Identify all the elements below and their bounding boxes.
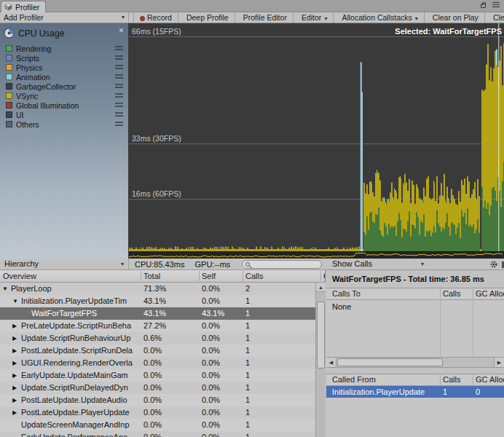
row-label: Initialization.PlayerUpdateTim bbox=[21, 295, 139, 307]
hierarchy-row[interactable]: ▶PostLateUpdate.PlayerUpdate0.0%0.0%1 bbox=[0, 406, 315, 419]
hierarchy-row[interactable]: EarlyUpdate.PerformanceAna0.0%0.0%1 bbox=[0, 431, 315, 437]
expand-arrow-icon[interactable]: ▶ bbox=[12, 369, 17, 382]
cpu-usage-module-panel[interactable]: CPU Usage × RenderingScriptsPhysicsAnima… bbox=[0, 23, 129, 259]
hierarchy-row[interactable]: UpdateScreenManagerAndInp0.0%0.0%1 bbox=[0, 419, 315, 431]
drag-handle-icon[interactable] bbox=[115, 93, 123, 98]
drag-handle-icon[interactable] bbox=[115, 112, 123, 117]
legend-item-garbagecollector[interactable]: GarbageCollector bbox=[0, 82, 128, 91]
calls-header: Calls bbox=[443, 288, 460, 299]
tab-title: Profiler bbox=[15, 3, 39, 12]
chart-overview-strip[interactable] bbox=[129, 251, 504, 259]
legend-item-animation[interactable]: Animation bbox=[0, 72, 128, 82]
allocation-callstacks-dropdown[interactable]: Allocation Callstacks▾ bbox=[336, 12, 424, 23]
legend-item-rendering[interactable]: Rendering bbox=[0, 44, 128, 53]
legend-item-physics[interactable]: Physics bbox=[0, 63, 128, 72]
legend-item-vsync[interactable]: VSync bbox=[0, 91, 128, 101]
legend-item-global-illumination[interactable]: Global Illumination bbox=[0, 101, 128, 110]
hierarchy-row[interactable]: ▶Update.ScriptRunBehaviourUp0.6%0.0%1 bbox=[0, 332, 315, 345]
drag-handle-icon[interactable] bbox=[115, 46, 123, 51]
show-calls-dropdown[interactable]: Show Calls ▾ bbox=[329, 259, 425, 270]
dropdown-arrow-icon: ▾ bbox=[121, 259, 124, 269]
legend-label: Global Illumination bbox=[16, 101, 115, 110]
chart-gridline bbox=[129, 199, 504, 200]
row-gc-alloc: 0 bbox=[476, 386, 480, 398]
row-self: 0.0% bbox=[202, 419, 220, 431]
row-label: EarlyUpdate.UpdateMainGam bbox=[21, 369, 139, 382]
window-menu-icon[interactable] bbox=[492, 2, 500, 8]
legend-item-ui[interactable]: UI bbox=[0, 110, 128, 119]
row-total: 0.0% bbox=[143, 419, 162, 431]
cpu-chart-plot[interactable]: Selected: WaitForTargetFPS 66ms (15FPS)3… bbox=[129, 23, 504, 251]
hierarchy-rows: ▼PlayerLoop71.3%0.0%2▼Initialization.Pla… bbox=[0, 283, 315, 437]
search-input[interactable] bbox=[254, 261, 312, 268]
cpu-usage-icon bbox=[4, 28, 15, 39]
column-header-calls[interactable]: Calls bbox=[245, 270, 263, 282]
close-icon[interactable]: × bbox=[119, 25, 124, 36]
cpu-time-label: CPU:85.43ms bbox=[135, 260, 184, 269]
called-from-header: Called From Calls GC Alloc bbox=[326, 374, 504, 386]
tab-profiler[interactable]: Profiler bbox=[1, 1, 46, 12]
legend-item-scripts[interactable]: Scripts bbox=[0, 53, 128, 63]
called-from-row[interactable]: Initialization.PlayerUpdate10 bbox=[326, 386, 504, 398]
record-dot-icon bbox=[140, 16, 145, 21]
scroll-up-arrow-icon[interactable]: ▲ bbox=[316, 283, 326, 292]
collapse-arrow-icon[interactable]: ▼ bbox=[2, 283, 8, 295]
column-header-total[interactable]: Total bbox=[143, 270, 160, 282]
collapse-arrow-icon[interactable]: ▼ bbox=[12, 295, 18, 307]
legend-label: Physics bbox=[16, 63, 115, 72]
record-button[interactable]: Record bbox=[134, 12, 178, 23]
drag-handle-icon[interactable] bbox=[115, 84, 123, 89]
expand-arrow-icon[interactable]: ▶ bbox=[12, 382, 17, 394]
column-header-overview[interactable]: Overview bbox=[3, 270, 36, 282]
scroll-right-arrow-icon[interactable]: ▶ bbox=[494, 358, 504, 367]
scroll-left-arrow-icon[interactable]: ◀ bbox=[326, 358, 336, 367]
dropdown-arrow-icon: ▾ bbox=[421, 259, 424, 269]
legend-swatch bbox=[6, 83, 12, 90]
hierarchy-row[interactable]: ▶PostLateUpdate.UpdateAudio0.0%0.0%1 bbox=[0, 394, 315, 406]
toolbar-button-group: Record Deep Profile Profile Editor Edito… bbox=[133, 12, 504, 23]
add-profiler-dropdown[interactable]: Add Profiler ▾ bbox=[0, 12, 129, 23]
chart-gridline bbox=[129, 36, 504, 37]
row-calls: 1 bbox=[443, 386, 447, 398]
expand-arrow-icon[interactable]: ▶ bbox=[12, 320, 17, 332]
column-header-gc-alloc[interactable]: GC Alloc bbox=[323, 270, 325, 282]
row-label: PostLateUpdate.UpdateAudio bbox=[21, 394, 139, 406]
column-header-self[interactable]: Self bbox=[202, 270, 216, 282]
expand-arrow-icon[interactable]: ▶ bbox=[12, 406, 17, 419]
hierarchy-row[interactable]: WaitForTargetFPS43.1%43.1%1 bbox=[0, 307, 315, 320]
drag-handle-icon[interactable] bbox=[115, 65, 123, 70]
scrollbar-thumb[interactable] bbox=[317, 302, 325, 369]
hierarchy-row[interactable]: ▼Initialization.PlayerUpdateTim43.1%0.0%… bbox=[0, 295, 315, 307]
drag-handle-icon[interactable] bbox=[115, 122, 123, 127]
expand-arrow-icon[interactable]: ▶ bbox=[12, 345, 17, 357]
hierarchy-row[interactable]: ▶UGUI.Rendering.RenderOverla0.0%0.0%1 bbox=[0, 357, 315, 369]
legend-item-others[interactable]: Others bbox=[0, 119, 128, 129]
lock-icon[interactable] bbox=[481, 4, 486, 8]
column-divider bbox=[440, 289, 441, 299]
row-total: 27.2% bbox=[143, 320, 166, 332]
vertical-scrollbar[interactable]: ▲ bbox=[315, 283, 326, 437]
gear-icon[interactable] bbox=[489, 260, 498, 269]
clear-on-play-button[interactable]: Clear on Play bbox=[427, 12, 485, 23]
expand-arrow-icon[interactable]: ▶ bbox=[12, 332, 17, 345]
drag-handle-icon[interactable] bbox=[115, 74, 123, 79]
expand-arrow-icon[interactable]: ▶ bbox=[12, 394, 17, 406]
horizontal-scrollbar[interactable]: ◀ ▶ bbox=[326, 357, 504, 368]
expand-arrow-icon[interactable]: ▶ bbox=[12, 357, 17, 369]
hierarchy-row[interactable]: ▶Update.ScriptRunDelayedDyn0.0%0.0%1 bbox=[0, 382, 315, 394]
hierarchy-row[interactable]: ▶PostLateUpdate.ScriptRunDela0.0%0.0%1 bbox=[0, 345, 315, 357]
drag-handle-icon[interactable] bbox=[115, 103, 123, 108]
hierarchy-row[interactable]: ▶PreLateUpdate.ScriptRunBeha27.2%0.0%1 bbox=[0, 320, 315, 332]
column-divider bbox=[243, 271, 243, 281]
profile-editor-button[interactable]: Profile Editor bbox=[237, 12, 294, 23]
hierarchy-row[interactable]: ▶EarlyUpdate.UpdateMainGam0.0%0.0%1 bbox=[0, 369, 315, 382]
drag-handle-icon[interactable] bbox=[115, 55, 123, 60]
scrollbar-thumb[interactable] bbox=[337, 358, 443, 366]
deep-profile-button[interactable]: Deep Profile bbox=[181, 12, 235, 23]
view-mode-dropdown[interactable]: Hierarchy ▾ bbox=[0, 259, 129, 270]
hierarchy-row[interactable]: ▼PlayerLoop71.3%0.0%2 bbox=[0, 283, 315, 295]
row-self: 0.0% bbox=[202, 394, 220, 406]
column-divider bbox=[473, 300, 473, 357]
editor-dropdown[interactable]: Editor▾ bbox=[296, 12, 334, 23]
clear-button[interactable]: Clear bbox=[487, 12, 504, 23]
